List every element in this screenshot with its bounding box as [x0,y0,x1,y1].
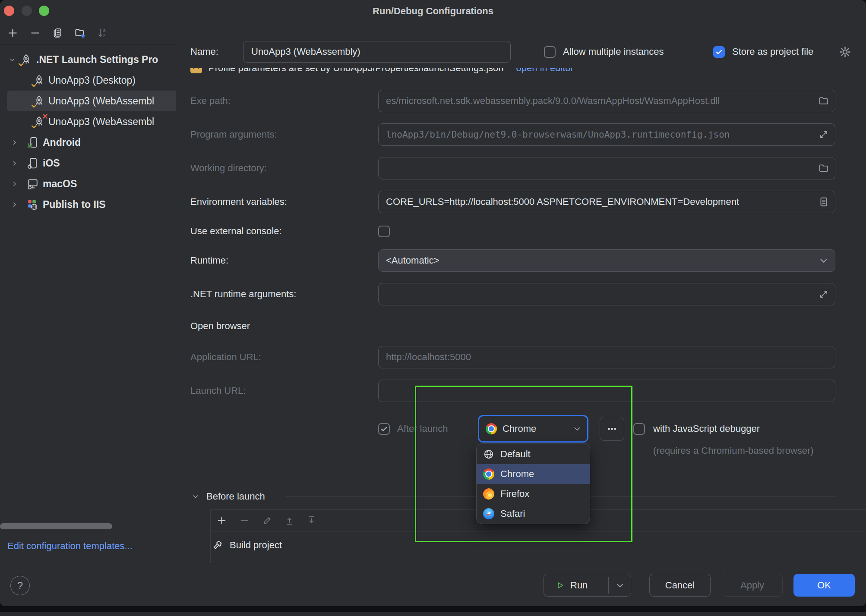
browser-select[interactable]: Chrome [478,415,588,443]
ios-icon [26,157,39,170]
chevron-down-icon[interactable] [9,56,16,63]
dialog-footer: ? Run Cancel Apply OK [0,563,866,606]
allow-multiple-instances-checkbox[interactable] [544,46,556,58]
environment-variables-label: Environment variables: [190,196,287,207]
environment-variables-value: CORE_URLS=http://localhost:5000 ASPNETCO… [386,196,818,207]
chevron-down-icon[interactable] [192,493,199,500]
application-url-field[interactable]: http://localhost:5000 [378,346,835,368]
launch-profile-icon [20,53,32,66]
add-task-icon[interactable] [216,515,227,526]
run-button-divider [608,577,609,594]
open-in-editor-link[interactable]: open in editor [516,68,574,74]
tree-item-dotnet-launch-settings[interactable]: .NET Launch Settings Pro [0,49,176,70]
tree-item-label: .NET Launch Settings Pro [36,54,158,66]
chevron-right-icon[interactable] [11,180,18,188]
browser-select-value: Chrome [503,423,567,434]
sort-alphabetically-icon[interactable] [97,27,108,39]
tree-item-macos[interactable]: macOS [0,173,176,194]
store-as-project-file-checkbox[interactable] [713,46,725,58]
browser-option-label: Safari [500,508,525,519]
chevron-down-icon[interactable] [615,580,625,591]
remove-task-icon[interactable] [239,515,250,526]
hammer-icon [212,540,224,552]
exe-path-field[interactable]: es/microsoft.net.sdk.webassembly.pack/9.… [378,90,835,112]
remove-configuration-icon[interactable] [29,27,41,39]
launch-profile-error-icon [33,116,45,128]
horizontal-scrollbar-thumb[interactable] [0,523,112,529]
before-launch-task-build-project[interactable]: Build project [230,540,282,551]
browser-option-firefox[interactable]: Firefox [477,484,590,504]
browser-option-safari[interactable]: Safari [477,504,590,524]
launch-profile-icon [33,95,45,107]
use-external-console-checkbox[interactable] [378,226,390,237]
store-as-project-file-label[interactable]: Store as project file [732,46,813,57]
chevron-right-icon[interactable] [11,139,18,146]
tree-item-unoapp3-webassembly-error[interactable]: UnoApp3 (WebAssembl [0,111,176,132]
ok-button[interactable]: OK [793,574,855,597]
play-icon [555,580,565,591]
tree-item-label: UnoApp3 (Desktop) [48,75,136,86]
chevron-down-icon [572,424,582,434]
before-launch-section-title: Before launch [206,491,265,502]
apply-button[interactable]: Apply [722,574,783,597]
browser-option-default[interactable]: Default [477,444,590,464]
folder-icon[interactable] [818,163,829,174]
move-up-icon[interactable] [284,515,295,526]
tree-item-label: macOS [43,178,77,190]
cancel-button[interactable]: Cancel [649,574,711,597]
expand-icon[interactable] [818,289,829,300]
tree-item-label: Publish to IIS [43,199,106,211]
chevron-right-icon[interactable] [11,160,18,167]
tree-item-label: iOS [43,157,60,169]
move-down-icon[interactable] [306,515,317,526]
runtime-arguments-field[interactable] [378,283,835,305]
exe-path-label: Exe path: [190,95,231,107]
list-icon[interactable] [818,196,829,207]
new-folder-icon[interactable] [74,27,86,39]
launch-url-field[interactable] [378,380,835,402]
program-arguments-field[interactable]: lnoApp3/bin/Debug/net9.0-browserwasm/Uno… [378,123,835,146]
add-configuration-icon[interactable] [7,27,19,39]
browser-option-chrome[interactable]: Chrome [477,464,590,484]
runtime-select[interactable]: <Automatic> [378,249,835,272]
application-url-label: Application URL: [190,352,261,363]
run-button-label: Run [570,580,588,591]
js-debugger-label[interactable]: with JavaScript debugger [653,423,760,434]
desktop-strip [0,612,866,616]
titlebar: Run/Debug Configurations [0,0,866,22]
table-border [210,531,866,531]
allow-multiple-instances-label[interactable]: Allow multiple instances [563,46,664,57]
chevron-right-icon[interactable] [11,201,18,208]
edit-configuration-templates-link[interactable]: Edit configuration templates... [7,541,133,552]
browser-dropdown-popup: Default Chrome Firefox Safari [476,443,590,524]
chevron-down-icon [818,255,829,266]
browse-browsers-button[interactable]: ... [600,417,624,441]
after-launch-checkbox[interactable] [378,423,390,435]
tree-item-publish-to-iis[interactable]: Publish to IIS [0,194,176,215]
working-directory-field[interactable] [378,157,835,179]
globe-icon [483,449,494,460]
help-button[interactable]: ? [10,576,30,595]
folder-icon[interactable] [818,95,829,107]
sidebar-toolbar [0,22,176,44]
browser-option-label: Chrome [500,468,534,480]
tree-item-unoapp3-webassembly-selected[interactable]: UnoApp3 (WebAssembl [0,91,176,111]
edit-task-icon[interactable] [262,515,273,526]
name-input[interactable]: UnoApp3 (WebAssembly) [243,41,511,63]
runtime-value: <Automatic> [386,255,818,266]
launch-url-label: Launch URL: [190,385,246,396]
expand-icon[interactable] [818,129,829,140]
chrome-icon [483,468,494,480]
table-border [210,509,211,563]
safari-icon [483,508,494,519]
tree-item-unoapp3-desktop[interactable]: UnoApp3 (Desktop) [0,70,176,91]
tree-item-android[interactable]: Android [0,132,176,153]
environment-variables-field[interactable]: CORE_URLS=http://localhost:5000 ASPNETCO… [378,191,835,213]
copy-configuration-icon[interactable] [52,27,63,39]
tree-item-ios[interactable]: iOS [0,153,176,173]
js-debugger-note: (requires a Chromium-based browser) [653,445,814,456]
js-debugger-checkbox[interactable] [633,423,645,435]
gear-icon[interactable] [838,45,852,59]
run-button[interactable]: Run [544,574,631,597]
use-external-console-label: Use external console: [190,226,282,237]
